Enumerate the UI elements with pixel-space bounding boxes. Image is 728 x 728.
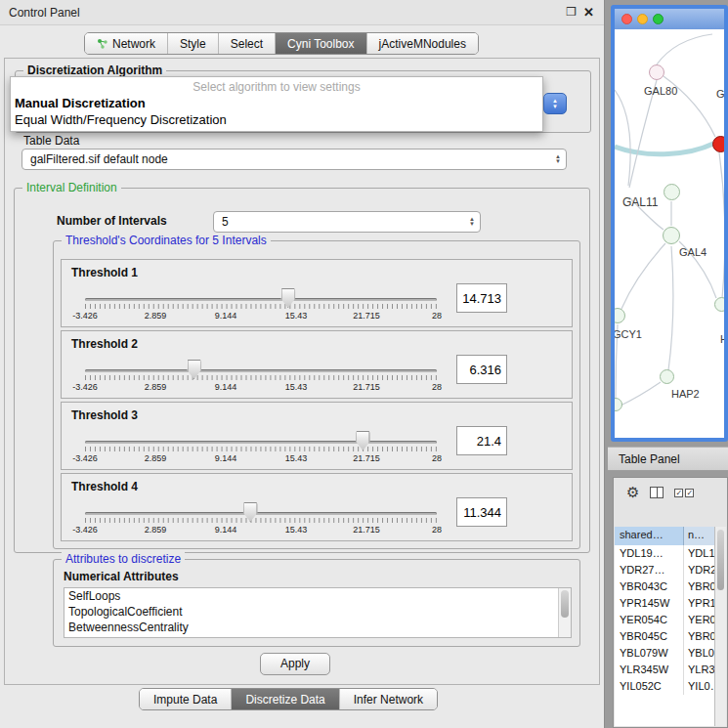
algorithm-option-manual[interactable]: Manual Discretization [11, 95, 542, 111]
float-window-icon[interactable]: ❒ [566, 5, 577, 19]
threshold-3-group: Threshold 3 -3.4262.8599.14415.4321.7152… [61, 402, 573, 470]
tab-select-label: Select [231, 37, 263, 51]
network-node-hap2[interactable] [660, 369, 674, 384]
control-panel-titlebar: Control Panel ❒ ✕ [0, 0, 604, 25]
threshold-2-slider[interactable]: -3.4262.8599.14415.4321.71528 [85, 357, 437, 398]
threshold-1-value-field[interactable] [456, 283, 507, 313]
attribute-item-betweennesscentrality[interactable]: BetweennessCentrality [64, 620, 571, 635]
zoom-traffic-light-icon[interactable] [653, 14, 664, 24]
node-label-gcy1: GCY1 [615, 328, 642, 340]
table-browser-window: ⚙ ✓ ✓ shared… n… YDL19…YDL1… YDR27…YDR2…… [613, 477, 728, 728]
tab-style[interactable]: Style [167, 33, 218, 54]
node-label-gal11: GAL11 [622, 195, 658, 209]
table-row[interactable]: YDL19…YDL1… [615, 545, 714, 562]
slider-track [85, 441, 437, 444]
network-window-titlebar[interactable] [615, 9, 724, 29]
close-traffic-light-icon[interactable] [621, 14, 632, 24]
table-row[interactable]: YDR27…YDR2… [615, 562, 714, 578]
attributes-group-title: Attributes to discretize [62, 552, 185, 566]
window-title: Control Panel [9, 6, 80, 20]
table-row[interactable]: YBR045CYBR0… [615, 628, 714, 645]
network-node-gal4[interactable] [663, 227, 680, 244]
table-data-combo-value: galFiltered.sif default node [30, 152, 168, 166]
tab-style-label: Style [180, 37, 206, 51]
table-scrollbar[interactable] [714, 527, 726, 726]
tab-discretize-data-label: Discretize Data [245, 693, 324, 707]
table-row[interactable]: YLR345WYLR3… [615, 662, 714, 678]
gear-icon[interactable]: ⚙ [626, 484, 639, 501]
checkbox-icon[interactable]: ✓ [674, 489, 683, 497]
numerical-attributes-label: Numerical Attributes [64, 570, 179, 583]
table-row[interactable]: YBR043CYBR0… [615, 578, 714, 595]
threshold-3-value-field[interactable] [456, 426, 507, 455]
checkbox-icon[interactable]: ✓ [685, 489, 694, 497]
table-row[interactable]: YBL079WYBL0… [615, 645, 714, 662]
threshold-3-label: Threshold 3 [71, 408, 138, 422]
threshold-3-slider[interactable]: -3.4262.8599.14415.4321.71528 [85, 428, 437, 469]
table-row[interactable]: YIL052CYIL0… [615, 678, 714, 695]
apply-button[interactable]: Apply [260, 653, 330, 675]
tab-network-label: Network [112, 37, 155, 51]
table-panel-header[interactable]: Table Panel [608, 447, 728, 471]
table-toolbar: ⚙ ✓ ✓ [614, 478, 727, 507]
columns-icon[interactable] [650, 487, 664, 498]
tab-network[interactable]: Network [85, 33, 167, 54]
thresholds-group-title: Threshold's Coordinates for 5 Intervals [62, 234, 271, 247]
top-tab-bar: Network Style Select Cyni Toolbox jActiv… [84, 32, 479, 55]
tab-impute-data[interactable]: Impute Data [140, 689, 231, 709]
network-node-gal11[interactable] [664, 184, 680, 200]
bottom-tab-bar: Impute Data Discretize Data Infer Networ… [139, 688, 438, 710]
tab-discretize-data[interactable]: Discretize Data [231, 689, 338, 709]
numerical-attributes-list: SelfLoops TopologicalCoefficient Between… [64, 587, 572, 638]
network-canvas[interactable]: GAL80 GA GAL11 GAL4 GCY1 H HAP2 [615, 29, 724, 438]
threshold-4-group: Threshold 4 -3.4262.8599.14415.4321.7152… [61, 473, 573, 541]
threshold-4-value-field[interactable] [456, 497, 507, 527]
number-of-intervals-combo[interactable]: 5 ▲▼ [213, 211, 481, 233]
network-icon [97, 38, 108, 50]
threshold-2-value-field[interactable] [456, 355, 507, 384]
algorithm-option-equal-width[interactable]: Equal Width/Frequency Discretization [11, 111, 542, 128]
network-node-right-edge[interactable] [714, 297, 724, 312]
column-header-name[interactable]: n… [684, 527, 714, 545]
table-scrollbar-thumb[interactable] [717, 530, 724, 590]
algorithm-combo-stepper[interactable]: ▲ ▼ [543, 93, 567, 114]
table-row[interactable]: YER054CYER0… [615, 612, 714, 628]
attribute-item-selfloops[interactable]: SelfLoops [64, 588, 571, 604]
threshold-4-label: Threshold 4 [71, 480, 138, 493]
algorithm-dropdown-popup: Select algorithm to view settings Manual… [10, 76, 543, 132]
slider-ticks [85, 447, 437, 451]
slider-ticks [85, 375, 437, 380]
node-label-partial-mid-right: H [720, 333, 724, 345]
network-node-gal80[interactable] [649, 64, 664, 80]
threshold-1-slider[interactable]: -3.4262.8599.14415.4321.71528 [85, 285, 437, 326]
threshold-2-label: Threshold 2 [71, 337, 138, 351]
column-header-shared-name[interactable]: shared… [615, 527, 684, 545]
tab-jactivemnodules[interactable]: jActiveMNodules [366, 33, 478, 54]
close-icon[interactable]: ✕ [583, 5, 594, 20]
network-node-red-selected[interactable] [712, 136, 724, 152]
slider-track [85, 298, 437, 301]
attribute-item-topologicalcoefficient[interactable]: TopologicalCoefficient [64, 604, 571, 620]
control-panel-window: Control Panel ❒ ✕ Network Style Select [0, 0, 605, 728]
table-data-combo[interactable]: galFiltered.sif default node ▲▼ [21, 149, 567, 170]
tab-select[interactable]: Select [218, 33, 275, 54]
attributes-group: Attributes to discretize Numerical Attri… [53, 559, 580, 647]
threshold-1-label: Threshold 1 [71, 266, 138, 279]
attributes-scrollbar[interactable] [558, 588, 571, 637]
attributes-scrollbar-thumb[interactable] [561, 590, 569, 618]
minimize-traffic-light-icon[interactable] [637, 14, 648, 24]
interval-definition-title: Interval Definition [22, 181, 121, 194]
node-label-partial-top-right: GA [716, 88, 724, 100]
table-row[interactable]: YPR145WYPR1… [615, 595, 714, 612]
tab-cyni-toolbox[interactable]: Cyni Toolbox [275, 33, 365, 54]
number-of-intervals-label: Number of Intervals [57, 214, 167, 228]
table-data-label: Table Data [23, 134, 79, 148]
slider-tick-labels: -3.4262.8599.14415.4321.71528 [85, 525, 437, 536]
algorithm-dropdown-placeholder: Select algorithm to view settings [11, 79, 542, 95]
tab-cyni-toolbox-label: Cyni Toolbox [287, 37, 354, 51]
slider-track [85, 512, 437, 515]
combo-stepper-icon: ▲▼ [469, 217, 475, 227]
threshold-4-slider[interactable]: -3.4262.8599.14415.4321.71528 [85, 499, 437, 540]
stepper-down-icon: ▼ [552, 104, 558, 109]
tab-infer-network[interactable]: Infer Network [339, 689, 437, 709]
